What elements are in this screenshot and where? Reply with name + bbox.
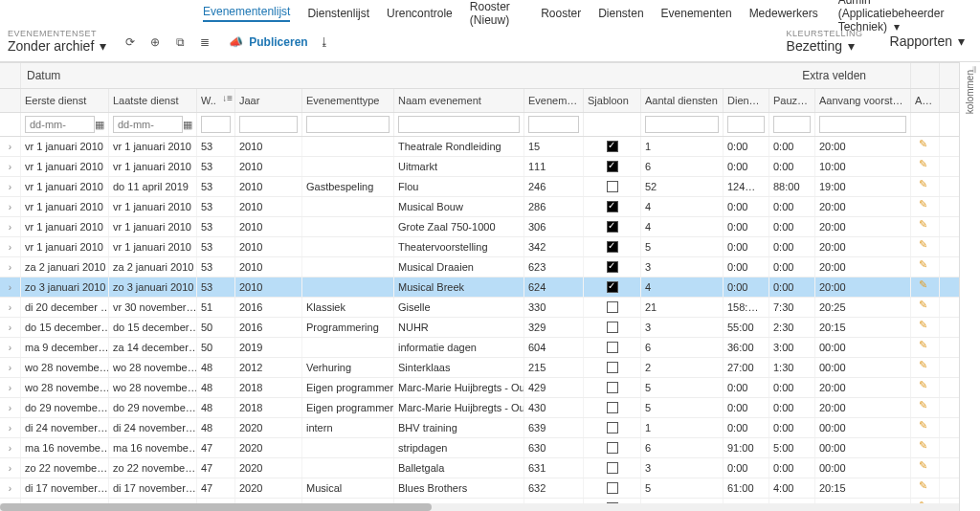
filter-naam[interactable] xyxy=(398,116,520,133)
col-dien[interactable]: Dien… xyxy=(724,89,769,112)
col-actions[interactable]: Ac… xyxy=(911,89,940,112)
expand-icon[interactable]: › xyxy=(0,378,21,397)
expand-icon[interactable]: › xyxy=(0,358,21,377)
reports-selector[interactable]: Rapporten ▾ xyxy=(890,34,965,49)
filter-jaar[interactable] xyxy=(239,116,298,133)
table-row[interactable]: ›vr 1 januari 2010do 11 april 2019532010… xyxy=(0,177,980,197)
edit-icon[interactable] xyxy=(919,243,932,251)
cell-action[interactable] xyxy=(911,177,940,196)
checkbox-icon[interactable] xyxy=(607,322,618,333)
expand-icon[interactable]: › xyxy=(0,338,21,357)
checkbox-icon[interactable] xyxy=(607,342,618,353)
table-row[interactable]: ›vr 1 januari 2010vr 1 januari 201053201… xyxy=(0,137,980,157)
cell-action[interactable] xyxy=(911,217,940,236)
nav-diensten[interactable]: Diensten xyxy=(598,7,643,20)
colorscheme-selector[interactable]: KLEURSTELLING Bezetting ▾ xyxy=(787,30,863,54)
cell-action[interactable] xyxy=(911,137,940,156)
checkbox-icon[interactable] xyxy=(607,221,618,233)
hscroll-thumb[interactable] xyxy=(0,503,432,511)
expand-icon[interactable]: › xyxy=(0,257,21,277)
table-row[interactable]: ›vr 1 januari 2010vr 1 januari 201053201… xyxy=(0,157,980,177)
table-row[interactable]: ›di 24 november…di 24 november…482020int… xyxy=(0,418,980,438)
filter-evenement-id[interactable] xyxy=(528,116,579,133)
cell-action[interactable] xyxy=(911,257,940,277)
table-row[interactable]: ›di 17 november…di 17 november…472020Mus… xyxy=(0,478,980,499)
filter-type[interactable] xyxy=(306,116,390,133)
col-jaar[interactable]: Jaar xyxy=(235,89,302,112)
cell-action[interactable] xyxy=(911,478,940,498)
refresh-icon[interactable]: ⟳ xyxy=(122,33,139,51)
filter-week[interactable] xyxy=(201,116,231,133)
edit-icon[interactable] xyxy=(919,384,932,391)
edit-icon[interactable] xyxy=(919,163,932,170)
cell-sjabloon[interactable] xyxy=(584,318,641,337)
cell-action[interactable] xyxy=(911,237,940,256)
cell-sjabloon[interactable] xyxy=(584,298,641,317)
cell-sjabloon[interactable] xyxy=(584,338,641,357)
cell-sjabloon[interactable] xyxy=(584,418,641,437)
checkbox-icon[interactable] xyxy=(607,442,618,454)
edit-icon[interactable] xyxy=(919,484,932,492)
cell-sjabloon[interactable] xyxy=(584,398,641,417)
checkbox-icon[interactable] xyxy=(607,362,618,373)
edit-icon[interactable] xyxy=(919,364,932,371)
edit-icon[interactable] xyxy=(919,223,932,231)
checkbox-icon[interactable] xyxy=(607,402,618,413)
table-row[interactable]: ›di 20 december …vr 30 november…512016Kl… xyxy=(0,298,980,318)
cell-sjabloon[interactable] xyxy=(584,137,641,156)
rows-container[interactable]: ›vr 1 januari 2010vr 1 januari 201053201… xyxy=(0,137,980,511)
edit-icon[interactable] xyxy=(919,143,932,150)
table-row[interactable]: ›vr 1 januari 2010vr 1 januari 201053201… xyxy=(0,217,980,237)
checkbox-icon[interactable] xyxy=(607,462,618,474)
download-icon[interactable]: ⭳ xyxy=(316,33,333,51)
table-row[interactable]: ›wo 28 novembe…wo 28 novembe…482018Eigen… xyxy=(0,378,980,398)
expand-icon[interactable]: › xyxy=(0,278,21,297)
nav-rooster-nieuw[interactable]: Rooster (Nieuw) xyxy=(470,0,523,27)
edit-icon[interactable] xyxy=(919,323,932,331)
cell-action[interactable] xyxy=(911,157,940,176)
expand-icon[interactable]: › xyxy=(0,177,21,196)
filter-dien[interactable] xyxy=(727,116,765,133)
cell-action[interactable] xyxy=(911,298,940,317)
expand-icon[interactable]: › xyxy=(0,418,21,437)
expand-icon[interactable]: › xyxy=(0,137,21,156)
nav-evenementenlijst[interactable]: Evenementenlijst xyxy=(203,5,290,22)
cell-sjabloon[interactable] xyxy=(584,458,641,478)
table-row[interactable]: ›zo 3 januari 2010zo 3 januari 201053201… xyxy=(0,278,980,298)
expand-icon[interactable]: › xyxy=(0,478,21,498)
checkbox-icon[interactable] xyxy=(607,422,618,433)
cell-sjabloon[interactable] xyxy=(584,438,641,457)
table-row[interactable]: ›zo 22 novembe…zo 22 novembe…472020Balle… xyxy=(0,458,980,478)
col-week[interactable]: W..↓≡ xyxy=(197,89,235,112)
cell-sjabloon[interactable] xyxy=(584,177,641,196)
nav-rooster[interactable]: Rooster xyxy=(541,7,581,20)
list-icon[interactable]: ≣ xyxy=(196,33,213,51)
add-icon[interactable]: ⊕ xyxy=(146,33,164,51)
cell-action[interactable] xyxy=(911,458,940,478)
nav-evenementen[interactable]: Evenementen xyxy=(661,7,732,20)
cell-action[interactable] xyxy=(911,338,940,357)
edit-icon[interactable] xyxy=(919,303,932,311)
calendar-icon[interactable]: ▦ xyxy=(95,119,104,131)
cell-action[interactable] xyxy=(911,378,940,397)
edit-icon[interactable] xyxy=(919,444,932,452)
cell-action[interactable] xyxy=(911,197,940,216)
edit-icon[interactable] xyxy=(919,404,932,411)
edit-icon[interactable] xyxy=(919,183,932,190)
cell-sjabloon[interactable] xyxy=(584,478,641,498)
cell-action[interactable] xyxy=(911,438,940,457)
table-row[interactable]: ›za 2 januari 2010za 2 januari 201053201… xyxy=(0,257,980,278)
publish-button[interactable]: 📣 Publiceren xyxy=(229,35,307,49)
edit-icon[interactable] xyxy=(919,263,932,271)
table-row[interactable]: ›vr 1 januari 2010vr 1 januari 201053201… xyxy=(0,237,980,257)
filter-pauz[interactable] xyxy=(773,116,811,133)
edit-icon[interactable] xyxy=(919,464,932,472)
table-row[interactable]: ›do 15 december…do 15 december…502016Pro… xyxy=(0,318,980,338)
checkbox-icon[interactable] xyxy=(607,201,618,212)
edit-icon[interactable] xyxy=(919,424,932,432)
eventset-selector[interactable]: EVENEMENTENSET Zonder archief ▾ xyxy=(8,30,106,54)
col-aantal[interactable]: Aantal diensten xyxy=(641,89,724,112)
col-eerste-dienst[interactable]: Eerste dienst xyxy=(21,89,109,112)
table-row[interactable]: ›do 29 novembe…do 29 novembe…482018Eigen… xyxy=(0,398,980,418)
col-sjabloon[interactable]: Sjabloon xyxy=(584,89,641,112)
